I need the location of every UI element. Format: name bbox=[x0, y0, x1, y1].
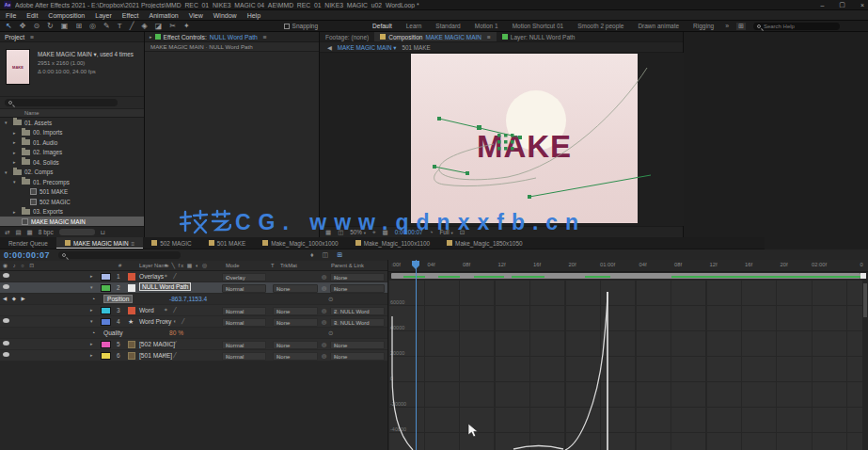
mode-select[interactable]: Normal▾ bbox=[222, 341, 266, 349]
clone-stamp-tool[interactable]: ◈ bbox=[141, 22, 147, 30]
mode-select[interactable]: Normal▾ bbox=[222, 352, 266, 361]
work-area-bar[interactable] bbox=[388, 272, 868, 280]
tree-twirl-arrow[interactable]: ▸ bbox=[13, 130, 19, 136]
menu-help[interactable]: Help bbox=[247, 12, 260, 19]
eye-icon[interactable] bbox=[3, 273, 9, 278]
workspace-tab-smooth-2-people[interactable]: Smooth 2 people bbox=[577, 23, 623, 29]
time-ruler[interactable]: :00f04f08f12f16f20f01:00f04f08f12f16f20f… bbox=[388, 260, 868, 272]
timeline-tab-render-queue[interactable]: Render Queue bbox=[0, 237, 56, 249]
region-of-interest-icon[interactable]: ▩ bbox=[383, 229, 388, 236]
roto-brush-tool[interactable]: ✂ bbox=[169, 22, 176, 30]
eye-icon[interactable] bbox=[3, 284, 9, 289]
tree-twirl-arrow[interactable]: ▸ bbox=[13, 159, 19, 165]
project-item-01-audio[interactable]: ▸01. Audio bbox=[0, 137, 144, 148]
name-column-header[interactable]: Name bbox=[0, 109, 144, 118]
tab-composition[interactable]: Composition MAKE MAGIC MAIN ≡ bbox=[374, 32, 497, 41]
stopwatch-icon[interactable]: ◔ bbox=[91, 329, 95, 336]
footer-icon-2[interactable]: ▦ bbox=[27, 229, 33, 236]
workspace-grid-icon[interactable]: ⊞ bbox=[736, 23, 746, 30]
layer-color-swatch[interactable] bbox=[101, 341, 111, 348]
project-item-01-assets[interactable]: ▾01. Assets bbox=[0, 118, 144, 128]
timeline-tab-make-magic-main[interactable]: MAKE MAGIC MAIN≡ bbox=[56, 237, 143, 249]
maximize-button[interactable]: ▢ bbox=[839, 1, 845, 8]
trkmat-select[interactable]: None▾ bbox=[273, 318, 318, 327]
tree-twirl-arrow[interactable]: ▸ bbox=[13, 209, 19, 215]
mode-select[interactable]: Normal▾ bbox=[222, 307, 266, 315]
tab-effect-controls[interactable]: Effect Controls: bbox=[164, 34, 207, 40]
menu-edit[interactable]: Edit bbox=[26, 12, 38, 19]
resolution-select[interactable]: Full ▾ bbox=[439, 229, 452, 235]
layer-switches[interactable]: ✶ ╱ bbox=[164, 307, 178, 313]
work-area-end-handle[interactable] bbox=[860, 273, 866, 279]
type-tool[interactable]: T bbox=[118, 22, 122, 30]
include-in-graph-icon[interactable]: ⊙ bbox=[328, 329, 333, 337]
timeline-tab-make-magic-1100x1100[interactable]: Make_Magic_1100x1100 bbox=[347, 237, 438, 249]
close-button[interactable]: × bbox=[860, 2, 864, 8]
grid-options-icon[interactable]: ▦ bbox=[325, 229, 331, 236]
parent-pickwhip-icon[interactable]: ◎ bbox=[322, 284, 326, 291]
parent-select[interactable]: None▾ bbox=[330, 341, 385, 349]
project-item-01-precomps[interactable]: ▾01. Precomps bbox=[0, 177, 144, 187]
parent-pickwhip-icon[interactable]: ◎ bbox=[322, 341, 326, 347]
footer-icon-1[interactable]: ▤ bbox=[15, 229, 21, 236]
property-name[interactable]: Quality bbox=[103, 329, 123, 336]
timeline-search-input[interactable] bbox=[58, 251, 181, 259]
parent-select[interactable]: None▾ bbox=[330, 352, 385, 361]
eye-icon[interactable] bbox=[3, 352, 9, 357]
current-timecode[interactable]: 0:00:00:07 bbox=[4, 250, 50, 260]
breadcrumb-precomp[interactable]: 501 MAKE bbox=[402, 44, 430, 51]
twirl-arrow[interactable]: ▸ bbox=[90, 273, 93, 279]
layer-color-swatch[interactable] bbox=[101, 307, 111, 314]
workspace-tab-default[interactable]: Default bbox=[372, 23, 392, 29]
trkmat-column-header[interactable]: TrkMat bbox=[280, 263, 297, 268]
tab-project[interactable]: Project bbox=[5, 34, 24, 40]
project-item-02-comps[interactable]: ▾02. Comps bbox=[0, 168, 144, 178]
snapping-control[interactable]: Snapping bbox=[284, 23, 318, 29]
mode-column-header[interactable]: Mode bbox=[226, 263, 240, 268]
menu-window[interactable]: Window bbox=[213, 12, 237, 19]
minimize-button[interactable]: – bbox=[820, 2, 824, 8]
back-arrow-icon[interactable]: ◀ bbox=[327, 44, 332, 51]
trkmat-select[interactable]: None▾ bbox=[273, 307, 318, 315]
composition-canvas[interactable]: MAKE bbox=[411, 54, 638, 223]
footer-icon-0[interactable]: ⇄ bbox=[5, 229, 9, 236]
timeline-tab-make-magic-1000x1000[interactable]: Make_Magic_1000x1000 bbox=[254, 237, 346, 249]
menu-composition[interactable]: Composition bbox=[48, 12, 85, 19]
parent-select[interactable]: 2. NULL Word▾ bbox=[330, 307, 385, 315]
puppet-pin-tool[interactable]: ✦ bbox=[183, 22, 190, 30]
layer-switches[interactable]: ✶ ╱ bbox=[164, 273, 178, 279]
property-name[interactable]: Position bbox=[103, 295, 133, 303]
workspace-tab-learn[interactable]: Learn bbox=[406, 23, 422, 29]
layer-row-null-word-path[interactable]: ▾2NULL Word Path✶ ╱Normal▾None▾◎None▾ bbox=[0, 282, 387, 294]
viewer-timecode[interactable]: 0:00:00:07 bbox=[395, 229, 423, 235]
panel-menu-icon[interactable]: ≡ bbox=[263, 34, 267, 40]
ruler-icon[interactable]: ⌖ bbox=[372, 229, 376, 236]
timeline-tab-501-make[interactable]: 501 MAKE bbox=[200, 237, 255, 249]
eye-icon[interactable] bbox=[3, 318, 9, 323]
panel-menu-icon[interactable]: ≡ bbox=[30, 34, 34, 40]
layer-color-swatch[interactable] bbox=[101, 284, 111, 292]
panel-menu-icon[interactable]: ≡ bbox=[132, 240, 135, 247]
bit-depth-label[interactable]: 8 bpc bbox=[39, 229, 54, 235]
panel-menu-icon[interactable]: ≡ bbox=[487, 34, 491, 40]
snapshot-icon[interactable]: ◔ bbox=[430, 229, 434, 235]
project-item-02-images[interactable]: ▸02. Images bbox=[0, 148, 144, 158]
property-value[interactable]: 80 % bbox=[169, 329, 183, 336]
scrollbar-thumb[interactable] bbox=[863, 283, 867, 317]
layer-row-overlays[interactable]: ▸1Overlays✶ ╱Overlay▾◎None▾ bbox=[0, 271, 387, 282]
trash-icon[interactable]: ⊔ bbox=[101, 229, 105, 236]
layer-color-swatch[interactable] bbox=[101, 318, 111, 326]
graph-editor[interactable]: :00f04f08f12f16f20f01:00f04f08f12f16f20f… bbox=[387, 260, 868, 450]
project-search-input[interactable] bbox=[5, 99, 118, 106]
eraser-tool[interactable]: ◪ bbox=[155, 22, 163, 30]
project-item-make-magic-main[interactable]: MAKE MAGIC MAIN bbox=[0, 217, 144, 227]
graph-scrollbar[interactable] bbox=[862, 280, 868, 450]
layer-row-501-make[interactable]: ▸6[501 MAKE]✶ ╱Normal▾None▾◎None▾ bbox=[0, 350, 387, 362]
parent-pickwhip-icon[interactable]: ◎ bbox=[322, 307, 326, 313]
workspace-tab-motion-1[interactable]: Motion 1 bbox=[475, 23, 498, 29]
property-row-quality[interactable]: ◔Quality80 %⊙ bbox=[0, 328, 387, 339]
camera-tool[interactable]: ▣ bbox=[61, 22, 69, 30]
help-search-input[interactable]: Search Help bbox=[753, 23, 840, 30]
project-item-00-imports[interactable]: ▸00. Imports bbox=[0, 128, 144, 138]
playhead-line[interactable] bbox=[416, 260, 417, 450]
